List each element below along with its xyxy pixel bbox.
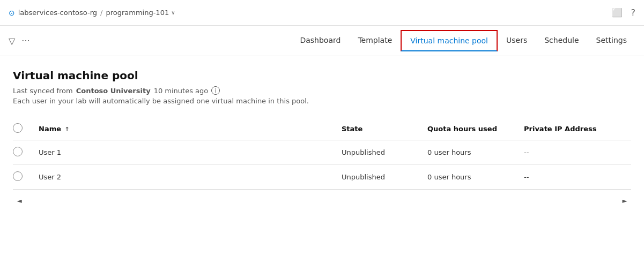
- scroll-navigation: ◄ ►: [13, 190, 631, 212]
- info-icon[interactable]: i: [211, 86, 220, 95]
- sync-suffix: 10 minutes ago: [154, 87, 209, 95]
- toolbar: ▽ ··· Dashboard Template Virtual machine…: [0, 26, 644, 56]
- row-name-cell: User 1: [39, 140, 342, 165]
- help-icon[interactable]: ?: [631, 7, 636, 18]
- top-bar-actions: ⬜ ?: [612, 7, 636, 18]
- tab-dashboard[interactable]: Dashboard: [291, 30, 349, 51]
- breadcrumb-current-item[interactable]: programming-101 ∨: [106, 9, 175, 17]
- sort-arrow-icon[interactable]: ↑: [65, 126, 70, 133]
- tab-settings[interactable]: Settings: [588, 30, 635, 51]
- filter-icon[interactable]: ▽: [9, 36, 15, 46]
- row-radio[interactable]: [13, 171, 23, 181]
- resource-group-icon: ⊙: [9, 9, 15, 17]
- tab-users[interactable]: Users: [498, 30, 536, 51]
- row-select-cell: [13, 140, 39, 165]
- col-header-ip: Private IP Address: [524, 118, 631, 140]
- tab-template[interactable]: Template: [349, 30, 401, 51]
- row-ip-cell: --: [524, 165, 631, 190]
- vm-table: Name ↑ State Quota hours used Private IP…: [13, 118, 631, 190]
- main-content: Virtual machine pool Last synced from Co…: [0, 56, 644, 224]
- sub-info: Each user in your lab will automatically…: [13, 97, 631, 105]
- row-quota-cell: 0 user hours: [427, 140, 524, 165]
- header-radio[interactable]: [13, 123, 23, 133]
- row-quota-cell: 0 user hours: [427, 165, 524, 190]
- table-scroll-area: Name ↑ State Quota hours used Private IP…: [13, 118, 631, 190]
- top-bar: ⊙ labservices-contoso-rg / programming-1…: [0, 0, 644, 26]
- col-name-label: Name: [39, 125, 61, 133]
- monitor-icon[interactable]: ⬜: [612, 7, 623, 18]
- breadcrumb-current-label: programming-101: [106, 9, 169, 17]
- sync-source: Contoso University: [76, 87, 151, 95]
- nav-tabs: Dashboard Template Virtual machine pool …: [291, 30, 635, 51]
- chevron-down-icon: ∨: [171, 10, 175, 16]
- tab-virtual-machine-pool[interactable]: Virtual machine pool: [401, 30, 498, 51]
- page-title: Virtual machine pool: [13, 69, 631, 82]
- sync-info: Last synced from Contoso University 10 m…: [13, 86, 631, 95]
- sync-prefix: Last synced from: [13, 87, 73, 95]
- scroll-right-button[interactable]: ►: [618, 194, 631, 207]
- col-header-quota: Quota hours used: [427, 118, 524, 140]
- row-radio[interactable]: [13, 147, 23, 156]
- more-options-icon[interactable]: ···: [21, 36, 29, 46]
- table-row: User 2 Unpublished 0 user hours --: [13, 165, 631, 190]
- row-name-cell: User 2: [39, 165, 342, 190]
- breadcrumb-separator: /: [100, 9, 102, 17]
- col-header-select: [13, 118, 39, 140]
- breadcrumb: ⊙ labservices-contoso-rg / programming-1…: [9, 9, 175, 17]
- toolbar-left: ▽ ···: [9, 36, 30, 46]
- col-header-name[interactable]: Name ↑: [39, 118, 342, 140]
- row-state-cell: Unpublished: [342, 140, 427, 165]
- col-header-state: State: [342, 118, 427, 140]
- table-row: User 1 Unpublished 0 user hours --: [13, 140, 631, 165]
- row-select-cell: [13, 165, 39, 190]
- tab-schedule[interactable]: Schedule: [536, 30, 587, 51]
- row-state-cell: Unpublished: [342, 165, 427, 190]
- row-ip-cell: --: [524, 140, 631, 165]
- breadcrumb-resource[interactable]: labservices-contoso-rg: [18, 9, 97, 17]
- scroll-left-button[interactable]: ◄: [13, 194, 26, 207]
